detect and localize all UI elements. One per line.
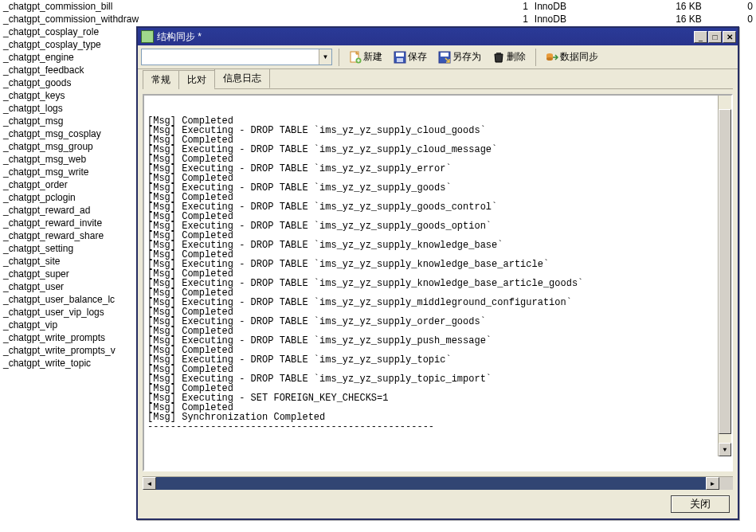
tab-underline: [143, 88, 733, 89]
svg-rect-4: [397, 58, 403, 62]
log-line: ----------------------------------------…: [147, 422, 728, 432]
svg-rect-3: [396, 53, 404, 57]
sync-icon: [546, 51, 558, 64]
log-line: [Msg] Executing - DROP TABLE `ims_yz_yz_…: [147, 164, 728, 174]
dialog-bottom-bar: 关闭: [138, 490, 738, 518]
toolbar: ▼ 新建 保存 另存为 删除: [138, 45, 738, 69]
log-output[interactable]: [Msg] Completed[Msg] Executing - DROP TA…: [144, 96, 731, 470]
cell-engine: InnoDB: [531, 0, 613, 13]
scroll-right-icon[interactable]: ►: [706, 477, 719, 490]
chevron-down-icon[interactable]: ▼: [319, 49, 331, 65]
delete-button[interactable]: 删除: [489, 49, 529, 65]
combo-value: [142, 49, 319, 65]
new-file-icon: [349, 51, 362, 64]
svg-rect-6: [441, 53, 449, 57]
vertical-scrollbar[interactable]: ▲ ▼: [718, 96, 731, 456]
svg-rect-7: [496, 53, 501, 54]
save-icon: [394, 51, 406, 64]
log-line: [Msg] Executing - DROP TABLE `ims_yz_yz_…: [147, 260, 728, 269]
save-button[interactable]: 保存: [390, 49, 430, 65]
log-line: [Msg] Executing - DROP TABLE `ims_yz_yz_…: [147, 202, 728, 212]
dialog-title: 结构同步 *: [157, 30, 694, 44]
tab-row: 常规 比对 信息日志: [138, 69, 738, 88]
log-line: [Msg] Executing - DROP TABLE `ims_yz_yz_…: [147, 145, 728, 155]
table-row[interactable]: _chatgpt_commission_bill1InnoDB16 KB0: [0, 0, 756, 13]
cell-n1: 1: [491, 0, 531, 13]
datasync-label: 数据同步: [560, 50, 598, 64]
log-line: [Msg] Executing - DROP TABLE `ims_yz_yz_…: [147, 336, 728, 346]
tab-info-log[interactable]: 信息日志: [214, 68, 270, 88]
separator: [535, 49, 536, 66]
tab-general[interactable]: 常规: [143, 70, 179, 89]
cell-n2: 0: [705, 13, 756, 25]
trash-icon: [492, 51, 505, 64]
scroll-down-icon[interactable]: ▼: [719, 443, 731, 456]
structure-sync-dialog: 结构同步 * _ □ ✕ ▼ 新建 保存 另存为: [136, 26, 739, 520]
datasync-button[interactable]: 数据同步: [543, 49, 601, 65]
maximize-button[interactable]: □: [708, 31, 722, 43]
hscroll-thumb[interactable]: [156, 477, 706, 490]
log-line: [Msg] Executing - DROP TABLE `ims_yz_yz_…: [147, 279, 728, 288]
saveas-button[interactable]: 另存为: [435, 49, 484, 65]
log-line: [Msg] Executing - DROP TABLE `ims_yz_yz_…: [147, 317, 728, 327]
svg-point-10: [546, 57, 553, 61]
cell-engine: InnoDB: [531, 13, 613, 25]
separator: [339, 49, 339, 66]
save-label: 保存: [408, 50, 427, 64]
cell-n2: 0: [705, 0, 756, 13]
log-line: [Msg] Executing - DROP TABLE `ims_yz_yz_…: [147, 374, 728, 384]
minimize-button[interactable]: _: [694, 31, 707, 43]
cell-name: _chatgpt_commission_bill: [0, 0, 491, 13]
delete-label: 删除: [507, 50, 526, 64]
log-line: [Msg] Executing - DROP TABLE `ims_yz_yz_…: [147, 183, 728, 193]
saveas-label: 另存为: [452, 50, 481, 64]
scroll-thumb[interactable]: [719, 109, 731, 434]
close-x-button[interactable]: ✕: [723, 31, 736, 43]
new-label: 新建: [363, 50, 382, 64]
app-icon: [141, 30, 154, 43]
scroll-left-icon[interactable]: ◄: [143, 477, 156, 490]
tab-compare[interactable]: 比对: [178, 70, 215, 89]
log-line: [Msg] Executing - DROP TABLE `ims_yz_yz_…: [147, 126, 728, 135]
cell-size: 16 KB: [613, 0, 704, 13]
table-row[interactable]: _chatgpt_commission_withdraw1InnoDB16 KB…: [0, 13, 756, 25]
dialog-titlebar[interactable]: 结构同步 * _ □ ✕: [138, 28, 738, 45]
cell-n1: 1: [491, 13, 531, 25]
cell-name: _chatgpt_commission_withdraw: [0, 13, 491, 25]
new-button[interactable]: 新建: [346, 49, 386, 65]
log-line: [Msg] Executing - SET FOREIGN_KEY_CHECKS…: [147, 393, 728, 403]
cell-size: 16 KB: [613, 13, 704, 25]
log-frame: [Msg] Completed[Msg] Executing - DROP TA…: [143, 94, 733, 471]
log-line: [Msg] Executing - DROP TABLE `ims_yz_yz_…: [147, 221, 728, 231]
saveas-icon: [438, 51, 451, 64]
log-line: [Msg] Executing - DROP TABLE `ims_yz_yz_…: [147, 241, 728, 250]
close-button[interactable]: 关闭: [671, 495, 730, 513]
scroll-corner: [719, 477, 733, 490]
log-line: [Msg] Executing - DROP TABLE `ims_yz_yz_…: [147, 355, 728, 365]
horizontal-scrollbar[interactable]: ◄ ►: [143, 476, 733, 490]
profile-combo[interactable]: ▼: [141, 49, 332, 65]
log-line: [Msg] Executing - DROP TABLE `ims_yz_yz_…: [147, 298, 728, 307]
